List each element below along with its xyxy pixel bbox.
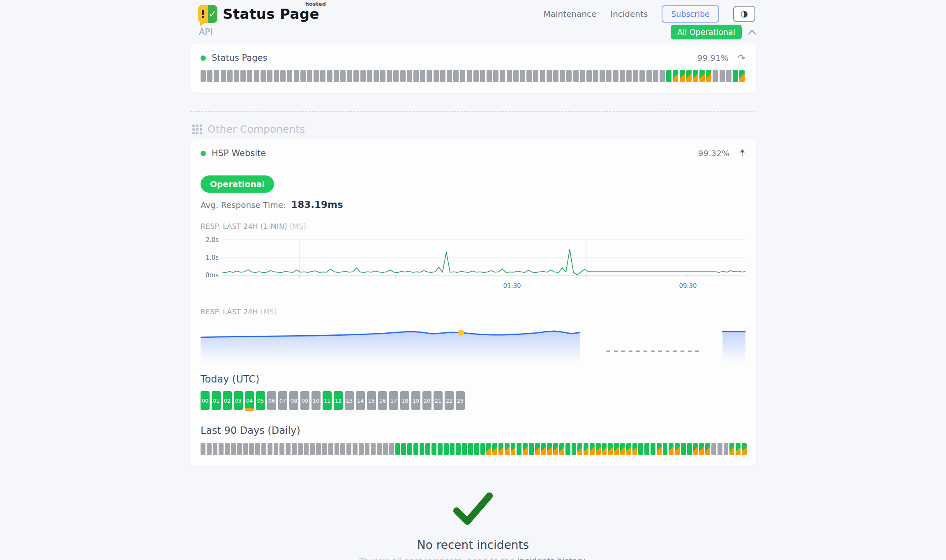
uptime-bar[interactable] <box>646 70 652 82</box>
uptime-bar[interactable] <box>335 443 339 455</box>
uptime-bar[interactable] <box>540 70 545 82</box>
uptime-bar[interactable] <box>602 443 607 455</box>
uptime-bar[interactable] <box>261 70 266 82</box>
uptime-bar[interactable] <box>517 443 521 455</box>
uptime-bar[interactable] <box>474 443 479 455</box>
uptime-bar[interactable] <box>520 70 525 82</box>
uptime-bar[interactable] <box>736 443 741 455</box>
uptime-bar[interactable] <box>307 70 312 82</box>
uptime-bar[interactable] <box>400 70 406 82</box>
subscribe-button[interactable]: Subscribe <box>662 5 719 23</box>
uptime-bar[interactable] <box>606 70 611 82</box>
uptime-bar[interactable] <box>711 443 716 455</box>
uptime-bar[interactable] <box>480 70 485 82</box>
hour-cell-22[interactable]: 22 <box>445 391 454 410</box>
uptime-bar[interactable] <box>279 443 284 455</box>
uptime-bar[interactable] <box>365 443 370 455</box>
uptime-bar[interactable] <box>456 443 461 455</box>
uptime-bar[interactable] <box>553 70 558 82</box>
uptime-bar[interactable] <box>742 443 747 455</box>
uptime-bar[interactable] <box>434 70 439 82</box>
hour-cell-14[interactable]: 14 <box>356 391 365 410</box>
uptime-bar[interactable] <box>340 70 346 82</box>
uptime-bar[interactable] <box>726 70 731 82</box>
uptime-bar[interactable] <box>447 70 452 82</box>
hour-cell-15[interactable]: 15 <box>367 391 376 410</box>
uptime-bar[interactable] <box>234 70 239 82</box>
uptime-bar[interactable] <box>486 443 491 455</box>
hour-cell-09[interactable]: 09 <box>300 391 309 410</box>
uptime-bar[interactable] <box>639 70 645 82</box>
uptime-bar[interactable] <box>686 70 692 82</box>
uptime-bar[interactable] <box>644 443 649 455</box>
uptime-bar[interactable] <box>705 443 710 455</box>
uptime-bar[interactable] <box>367 70 372 82</box>
uptime-bar[interactable] <box>243 443 248 455</box>
uptime-bar[interactable] <box>580 70 585 82</box>
uptime-bar[interactable] <box>693 70 698 82</box>
uptime-bar[interactable] <box>513 70 519 82</box>
uptime-bar[interactable] <box>462 443 467 455</box>
uptime-bar[interactable] <box>440 70 445 82</box>
hour-cell-17[interactable]: 17 <box>389 391 398 410</box>
uptime-bar[interactable] <box>547 443 552 455</box>
uptime-bar[interactable] <box>666 70 671 82</box>
uptime-bar[interactable] <box>724 443 729 455</box>
uptime-bar[interactable] <box>498 443 503 455</box>
uptime-bar[interactable] <box>274 443 279 455</box>
hour-cell-19[interactable]: 19 <box>411 391 420 410</box>
uptime-bar[interactable] <box>680 70 685 82</box>
uptime-bar[interactable] <box>227 70 233 82</box>
uptime-bar[interactable] <box>687 443 692 455</box>
uptime-bar[interactable] <box>600 70 605 82</box>
uptime-bar[interactable] <box>387 70 392 82</box>
uptime-bar[interactable] <box>346 443 351 455</box>
uptime-bar[interactable] <box>493 70 498 82</box>
uptime-bar[interactable] <box>427 70 432 82</box>
uptime-bar[interactable] <box>720 70 725 82</box>
uptime-bar[interactable] <box>300 70 306 82</box>
hour-cell-08[interactable]: 08 <box>289 391 298 410</box>
uptime-bar[interactable] <box>255 443 260 455</box>
uptime-bar[interactable] <box>620 443 625 455</box>
hour-cell-20[interactable]: 20 <box>422 391 431 410</box>
uptime-bar[interactable] <box>280 70 286 82</box>
uptime-bar[interactable] <box>729 443 734 455</box>
uptime-bar[interactable] <box>699 70 705 82</box>
uptime-bar[interactable] <box>395 443 400 455</box>
uptime-bar[interactable] <box>267 70 272 82</box>
uptime-bar[interactable] <box>340 443 345 455</box>
uptime-bar[interactable] <box>225 443 230 455</box>
uptime-bar[interactable] <box>492 443 497 455</box>
uptime-bar[interactable] <box>626 443 631 455</box>
uptime-bar[interactable] <box>328 443 333 455</box>
uptime-bar[interactable] <box>699 443 704 455</box>
uptime-bar[interactable] <box>219 443 224 455</box>
uptime-bar[interactable] <box>347 70 352 82</box>
uptime-bar[interactable] <box>287 70 292 82</box>
uptime-bar[interactable] <box>663 443 668 455</box>
uptime-bar[interactable] <box>450 443 455 455</box>
uptime-bar[interactable] <box>500 70 505 82</box>
uptime-bar[interactable] <box>374 70 379 82</box>
uptime-bar[interactable] <box>254 70 259 82</box>
uptime-bar[interactable] <box>523 443 528 455</box>
uptime-bar[interactable] <box>511 443 516 455</box>
uptime-bar[interactable] <box>675 443 680 455</box>
uptime-bar[interactable] <box>268 443 272 455</box>
uptime-bar[interactable] <box>240 70 246 82</box>
uptime-bar[interactable] <box>383 443 388 455</box>
uptime-bar[interactable] <box>316 443 321 455</box>
uptime-bar[interactable] <box>261 443 266 455</box>
uptime-bar[interactable] <box>201 443 205 455</box>
uptime-bar[interactable] <box>673 70 678 82</box>
uptime-bar[interactable] <box>249 443 254 455</box>
uptime-bar[interactable] <box>425 443 430 455</box>
uptime-bar[interactable] <box>559 443 564 455</box>
uptime-bar[interactable] <box>407 443 412 455</box>
uptime-bar[interactable] <box>535 443 540 455</box>
uptime-bar[interactable] <box>221 70 226 82</box>
uptime-bar[interactable] <box>314 70 319 82</box>
uptime-bar[interactable] <box>669 443 674 455</box>
uptime-bar[interactable] <box>353 70 359 82</box>
